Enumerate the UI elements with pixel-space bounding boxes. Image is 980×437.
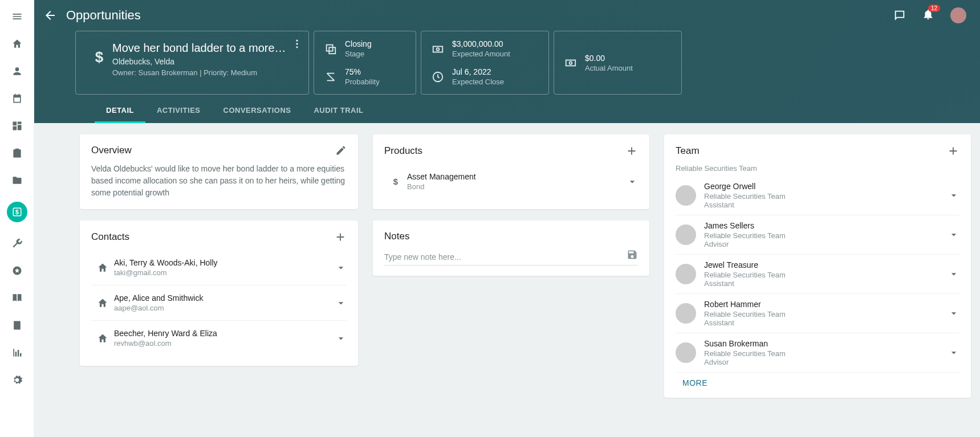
- chevron-down-icon[interactable]: [948, 190, 959, 201]
- clipboard-icon[interactable]: [11, 147, 23, 160]
- team-row[interactable]: Susan Brokerman Reliable Securities Team…: [676, 333, 959, 373]
- add-contact-icon[interactable]: [334, 231, 347, 243]
- menu-icon[interactable]: [11, 10, 23, 23]
- chevron-down-icon[interactable]: [627, 176, 638, 187]
- content: Overview Velda Oldebucks' would like to …: [34, 123, 980, 437]
- team-member-org: Reliable Securities Team: [704, 271, 948, 279]
- notes-panel: Notes: [373, 220, 649, 276]
- product-row[interactable]: $ Asset ManagementBond: [384, 164, 638, 199]
- money-icon: [432, 43, 444, 55]
- team-panel: Team Reliable Securities Team George Orw…: [664, 134, 971, 398]
- svg-point-5: [296, 43, 298, 44]
- household-icon: [97, 297, 108, 309]
- save-note-icon[interactable]: [627, 249, 638, 260]
- team-member-org: Reliable Securities Team: [704, 192, 948, 201]
- dashboard-icon[interactable]: [11, 120, 23, 132]
- team-title: Team: [676, 145, 700, 157]
- team-member-org: Reliable Securities Team: [704, 310, 948, 318]
- edit-icon[interactable]: [335, 145, 347, 156]
- team-member-org: Reliable Securities Team: [704, 231, 948, 240]
- calendar-icon[interactable]: [11, 92, 23, 105]
- contact-name: Beecher, Henry Ward & Eliza: [114, 329, 335, 338]
- chart-icon[interactable]: [11, 346, 23, 359]
- record-meta: Owner: Susan Brokerman | Priority: Mediu…: [112, 68, 298, 77]
- svg-point-13: [570, 62, 572, 64]
- wrench-icon[interactable]: [11, 237, 23, 250]
- contacts-panel: Contacts Aki, Terry & Woods-Aki, Hollyta…: [80, 220, 358, 366]
- household-icon: [97, 333, 108, 344]
- add-team-icon[interactable]: [947, 145, 959, 157]
- contact-name: Ape, Alice and Smithwick: [114, 293, 335, 303]
- team-row[interactable]: James Sellers Reliable Securities Team A…: [676, 215, 959, 255]
- tabs: DETAIL ACTIVITIES CONVERSATIONS AUDIT TR…: [34, 99, 980, 123]
- record-contact: Oldebucks, Velda: [112, 57, 298, 66]
- overview-panel: Overview Velda Oldebucks' would like to …: [80, 134, 358, 209]
- tab-audit[interactable]: AUDIT TRAIL: [302, 99, 375, 123]
- team-row[interactable]: Robert Hammer Reliable Securities Team A…: [676, 294, 959, 333]
- sidebar: $: [0, 0, 34, 437]
- book-icon[interactable]: [11, 292, 23, 304]
- contact-row[interactable]: Beecher, Henry Ward & Elizarevhwb@aol.co…: [91, 320, 347, 356]
- notes-title: Notes: [384, 231, 409, 242]
- main: Opportunities 12 $ Move her bond ladder …: [34, 0, 980, 437]
- products-title: Products: [384, 145, 422, 157]
- clock-icon: [432, 71, 444, 83]
- contact-row[interactable]: Ape, Alice and Smithwickaape@aol.com: [91, 285, 347, 320]
- team-member-role: Assistant: [704, 279, 948, 288]
- team-row[interactable]: George Orwell Reliable Securities Team A…: [676, 176, 959, 215]
- home-icon[interactable]: [11, 38, 23, 50]
- contact-email: aape@aol.com: [114, 304, 335, 312]
- chevron-down-icon[interactable]: [948, 308, 959, 319]
- add-product-icon[interactable]: [625, 145, 638, 157]
- contact-row[interactable]: Aki, Terry & Woods-Aki, Hollytaki@gmail.…: [91, 250, 347, 285]
- expected-card: $3,000,000.00Expected Amount Jul 6, 2022…: [421, 31, 549, 95]
- team-member-role: Assistant: [704, 318, 948, 327]
- contact-name: Aki, Terry & Woods-Aki, Holly: [114, 258, 335, 267]
- probability-icon: [324, 71, 337, 83]
- team-member-role: Assistant: [704, 201, 948, 209]
- avatar: [676, 342, 696, 363]
- household-icon: [97, 262, 108, 273]
- chevron-down-icon[interactable]: [948, 229, 959, 240]
- overview-title: Overview: [91, 145, 132, 156]
- avatar[interactable]: [950, 7, 966, 23]
- chevron-down-icon[interactable]: [335, 262, 347, 273]
- back-icon[interactable]: [43, 9, 57, 22]
- svg-rect-9: [433, 46, 443, 52]
- more-vert-icon[interactable]: [291, 38, 303, 50]
- team-member-role: Advisor: [704, 240, 948, 248]
- contact-email: revhwb@aol.com: [114, 339, 335, 348]
- chevron-down-icon[interactable]: [335, 297, 347, 309]
- note-input[interactable]: [384, 249, 638, 266]
- page-title: Opportunities: [66, 8, 141, 23]
- chevron-down-icon[interactable]: [948, 347, 959, 358]
- tab-detail[interactable]: DETAIL: [95, 99, 145, 123]
- overview-body: Velda Oldebucks' would like to move her …: [91, 163, 347, 199]
- opportunities-icon[interactable]: $: [7, 202, 27, 222]
- product-type: Bond: [407, 182, 627, 191]
- document-icon[interactable]: [11, 319, 23, 332]
- svg-text:$: $: [393, 177, 398, 186]
- notifications[interactable]: 12: [922, 8, 934, 23]
- team-subtitle: Reliable Securities Team: [676, 164, 959, 173]
- svg-point-4: [296, 40, 298, 42]
- stage-icon: [324, 43, 337, 55]
- person-icon[interactable]: [11, 65, 23, 77]
- chat-icon[interactable]: [893, 9, 906, 22]
- team-member-name: George Orwell: [704, 182, 948, 191]
- tab-conversations[interactable]: CONVERSATIONS: [212, 99, 303, 123]
- chevron-down-icon[interactable]: [948, 268, 959, 280]
- team-more-button[interactable]: MORE: [676, 378, 959, 387]
- folder-icon[interactable]: [11, 174, 23, 187]
- svg-text:$: $: [15, 209, 19, 215]
- star-icon[interactable]: [11, 264, 23, 277]
- team-member-name: Robert Hammer: [704, 300, 948, 309]
- team-member-name: Susan Brokerman: [704, 339, 948, 348]
- gear-icon[interactable]: [11, 374, 23, 386]
- svg-rect-12: [566, 60, 576, 66]
- team-row[interactable]: Jewel Treasure Reliable Securities Team …: [676, 255, 959, 294]
- tab-activities[interactable]: ACTIVITIES: [145, 99, 212, 123]
- header: Opportunities 12 $ Move her bond ladder …: [34, 0, 980, 123]
- svg-point-6: [296, 46, 298, 48]
- chevron-down-icon[interactable]: [335, 333, 347, 344]
